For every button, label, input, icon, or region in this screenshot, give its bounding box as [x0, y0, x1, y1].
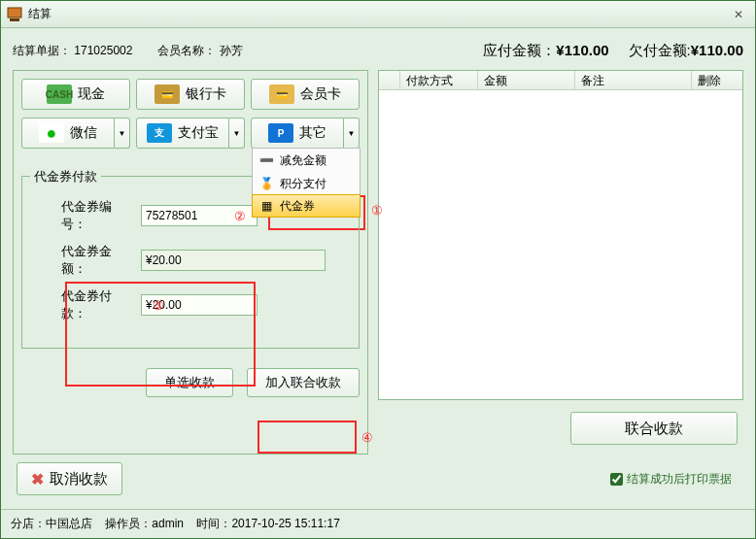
owed-label: 欠付金额: — [629, 42, 691, 58]
app-icon — [7, 7, 22, 22]
medal-icon: 🏅 — [258, 176, 274, 191]
menu-points[interactable]: 🏅积分支付 — [253, 172, 360, 195]
other-dropdown-menu: ➖减免金额 🏅积分支付 ▦代金券 — [252, 148, 361, 218]
other-icon: P — [268, 123, 293, 143]
voucher-title: 代金券付款 — [30, 168, 101, 185]
voucher-code-label: 代金券编号： — [61, 198, 135, 233]
cash-button[interactable]: CASH现金 — [21, 79, 130, 110]
bank-button[interactable]: 💳银行卡 — [136, 79, 245, 110]
cash-icon: CASH — [47, 84, 72, 104]
highlight-3 — [258, 421, 357, 454]
other-dropdown-toggle[interactable]: ▼ — [344, 118, 360, 149]
tag-2: ② — [234, 209, 246, 223]
operator-label: 操作员： — [105, 517, 152, 530]
tag-3: ③ — [153, 298, 164, 313]
tag-4: ④ — [361, 430, 373, 445]
window-title: 结算 — [28, 6, 52, 22]
member-value: 孙芳 — [220, 44, 243, 57]
menu-reduce[interactable]: ➖减免金额 — [253, 149, 360, 172]
branch-label: 分店： — [11, 517, 46, 530]
bill-no-label: 结算单据： — [13, 44, 71, 57]
owed-value: ¥110.00 — [691, 42, 743, 58]
single-collect-button[interactable]: 单选收款 — [146, 368, 233, 397]
tag-1: ① — [371, 203, 383, 218]
title-bar: 结算 ✕ — [1, 1, 755, 28]
voucher-icon: ▦ — [258, 198, 274, 214]
operator-value: admin — [152, 517, 184, 530]
print-after-checkbox[interactable]: 结算成功后打印票据 — [610, 471, 732, 488]
reduce-icon: ➖ — [258, 152, 274, 168]
wechat-dropdown-toggle[interactable]: ▼ — [115, 118, 130, 149]
join-collect-button[interactable]: 加入联合收款 — [247, 368, 360, 397]
col-remark: 备注 — [575, 71, 692, 89]
member-label: 会员名称： — [157, 44, 216, 57]
combine-collect-button[interactable]: 联合收款 — [570, 412, 738, 445]
voucher-amount-label: 代金券金额： — [61, 243, 135, 278]
card-icon: 💳 — [155, 84, 180, 104]
branch-value: 中国总店 — [46, 517, 92, 530]
wechat-icon: ● — [39, 123, 64, 143]
payments-list-panel: 付款方式 金额 备注 删除 联合收款 — [378, 70, 743, 455]
time-value: 2017-10-25 15:11:17 — [231, 517, 339, 530]
payments-grid: 付款方式 金额 备注 删除 — [378, 70, 743, 400]
grid-header: 付款方式 金额 备注 删除 — [379, 71, 742, 90]
close-button[interactable]: ✕ — [728, 5, 749, 24]
member-button[interactable]: 💳会员卡 — [251, 79, 360, 110]
col-method: 付款方式 — [400, 71, 478, 89]
col-delete: 删除 — [692, 71, 742, 89]
alipay-dropdown-toggle[interactable]: ▼ — [229, 118, 245, 149]
voucher-pay-label: 代金券付款： — [61, 287, 135, 322]
time-label: 时间： — [196, 517, 231, 530]
print-checkbox-input[interactable] — [610, 473, 623, 486]
alipay-button[interactable]: 支支付宝 — [136, 118, 229, 149]
payment-panel: CASH现金 💳银行卡 💳会员卡 ●微信 ▼ 支支付宝 ▼ P其它 ▼ ➖减免金 — [13, 70, 368, 455]
svg-rect-1 — [10, 18, 19, 21]
voucher-amount-field — [141, 250, 326, 271]
payable-value: ¥110.00 — [556, 42, 608, 58]
header-info: 结算单据： 171025002 会员名称： 孙芳 应付金额：¥110.00 欠付… — [13, 42, 743, 60]
cancel-icon: ✖ — [31, 470, 44, 488]
payable-label: 应付金额： — [483, 42, 556, 58]
alipay-icon: 支 — [147, 123, 172, 143]
col-amount: 金额 — [478, 71, 575, 89]
wechat-button[interactable]: ●微信 — [21, 118, 115, 149]
bill-no-value: 171025002 — [74, 44, 132, 57]
member-card-icon: 💳 — [269, 84, 294, 104]
grid-body[interactable] — [379, 90, 742, 399]
svg-rect-0 — [8, 8, 21, 17]
cancel-collect-button[interactable]: ✖ 取消收款 — [17, 462, 122, 495]
status-bar: 分店：中国总店 操作员：admin 时间：2017-10-25 15:11:17 — [1, 509, 755, 538]
other-button[interactable]: P其它 — [251, 118, 344, 149]
menu-voucher[interactable]: ▦代金券 — [252, 194, 361, 218]
